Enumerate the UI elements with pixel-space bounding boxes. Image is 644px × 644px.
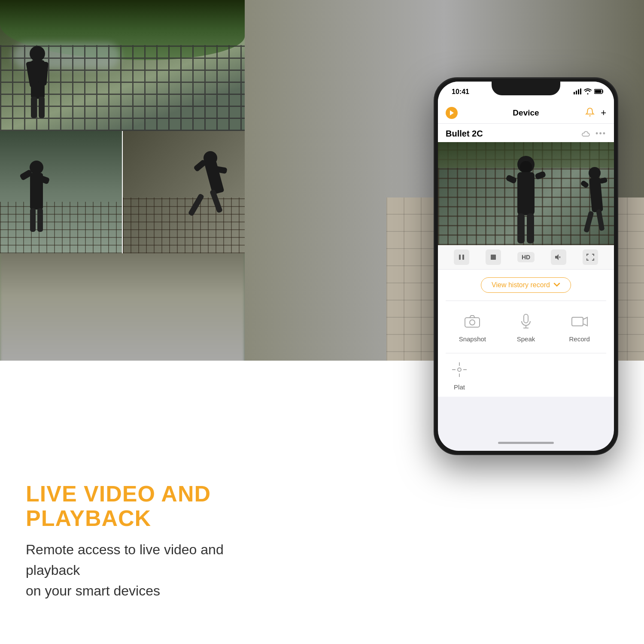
snapshot-icon <box>462 311 483 332</box>
plat-label: Plat <box>454 383 465 391</box>
home-indicator <box>498 442 554 444</box>
svg-rect-10 <box>30 208 36 232</box>
svg-rect-42 <box>583 211 594 233</box>
svg-rect-27 <box>580 88 581 94</box>
svg-rect-29 <box>595 90 601 93</box>
svg-rect-11 <box>37 208 43 232</box>
footage-panel-left <box>0 131 123 253</box>
device-card: Bullet 2C ••• <box>438 124 614 397</box>
footage-panel-right <box>123 131 245 253</box>
camera-feed[interactable] <box>438 142 614 245</box>
cloud-icon <box>581 130 590 138</box>
svg-rect-49 <box>465 318 480 327</box>
svg-rect-54 <box>572 317 583 326</box>
footage-top-area <box>0 0 245 131</box>
plus-nav-icon[interactable]: + <box>601 108 606 118</box>
pause-button[interactable] <box>454 249 469 265</box>
phone-notch <box>492 82 560 95</box>
svg-point-32 <box>520 161 532 173</box>
nav-title: Device <box>513 108 539 118</box>
svg-rect-46 <box>491 255 496 260</box>
svg-rect-26 <box>578 89 579 94</box>
svg-marker-55 <box>583 317 587 326</box>
device-icons: ••• <box>581 129 606 138</box>
actions-row2: Plat <box>438 353 614 397</box>
svg-rect-37 <box>527 213 534 243</box>
snapshot-label: Snapshot <box>459 335 486 343</box>
wifi-icon <box>584 88 592 96</box>
signal-icon <box>574 88 581 96</box>
svg-rect-13 <box>204 161 224 195</box>
speak-icon <box>516 311 536 332</box>
svg-rect-36 <box>517 213 525 243</box>
plat-icon <box>449 359 470 380</box>
svg-point-6 <box>30 161 43 174</box>
svg-rect-34 <box>505 174 517 184</box>
stop-button[interactable] <box>486 249 501 265</box>
headline: LIVE VIDEO AND PLAYBACK <box>26 482 249 531</box>
actions-grid: Snapshot Speak Record <box>438 301 614 353</box>
svg-rect-25 <box>576 91 577 94</box>
svg-rect-40 <box>580 180 589 188</box>
battery-icon <box>594 88 604 95</box>
speak-label: Speak <box>517 335 535 343</box>
feed-person-right-icon <box>580 166 610 243</box>
history-section: View history record <box>438 270 614 301</box>
nav-play-button[interactable] <box>446 107 458 119</box>
svg-rect-45 <box>462 255 464 260</box>
svg-point-0 <box>30 46 45 61</box>
record-icon <box>569 311 590 332</box>
svg-point-56 <box>458 368 461 371</box>
svg-rect-16 <box>188 193 205 216</box>
svg-rect-24 <box>574 92 575 94</box>
history-button-label: View history record <box>492 281 550 289</box>
marketing-text-area: LIVE VIDEO AND PLAYBACK Remote access to… <box>26 482 249 601</box>
footage-strip <box>0 0 245 253</box>
more-icon[interactable]: ••• <box>595 129 606 138</box>
svg-marker-30 <box>450 110 454 115</box>
record-action[interactable]: Record <box>553 305 606 349</box>
person-fence-icon <box>9 159 64 253</box>
status-time: 10:41 <box>452 88 469 96</box>
svg-rect-4 <box>31 97 37 118</box>
bell-nav-icon[interactable] <box>585 107 595 118</box>
phone-mockup: 10:41 Device <box>434 77 618 464</box>
device-name: Bullet 2C <box>446 129 483 139</box>
svg-rect-33 <box>517 172 535 215</box>
phone-outer-frame: 10:41 Device <box>434 77 618 455</box>
status-icons <box>574 88 604 96</box>
feed-person-icon <box>504 155 547 245</box>
person-jumping-icon <box>180 150 240 253</box>
svg-marker-47 <box>555 254 559 260</box>
hd-button[interactable]: HD <box>517 252 535 262</box>
video-controls: HD <box>438 245 614 270</box>
speak-action[interactable]: Speak <box>499 305 553 349</box>
record-label: Record <box>569 335 589 343</box>
snapshot-action[interactable]: Snapshot <box>446 305 499 349</box>
person-left-icon <box>21 45 54 118</box>
nav-right-icons: + <box>585 107 606 118</box>
svg-point-38 <box>589 167 601 179</box>
nav-bar: Device + <box>438 102 614 124</box>
svg-rect-44 <box>459 255 461 260</box>
phone-screen: 10:41 Device <box>438 82 614 451</box>
svg-rect-5 <box>39 97 45 118</box>
svg-rect-43 <box>596 209 605 231</box>
svg-rect-51 <box>524 314 528 323</box>
svg-rect-35 <box>535 171 546 180</box>
device-header: Bullet 2C ••• <box>438 124 614 142</box>
history-arrow-icon <box>553 281 560 289</box>
footage-bottom-panels <box>0 131 245 253</box>
view-history-button[interactable]: View history record <box>481 277 571 293</box>
svg-point-50 <box>470 320 475 325</box>
fullscreen-button[interactable] <box>583 249 598 265</box>
plat-action[interactable]: Plat <box>446 353 473 397</box>
volume-button[interactable] <box>551 249 566 265</box>
description: Remote access to live video and playback… <box>26 539 249 601</box>
